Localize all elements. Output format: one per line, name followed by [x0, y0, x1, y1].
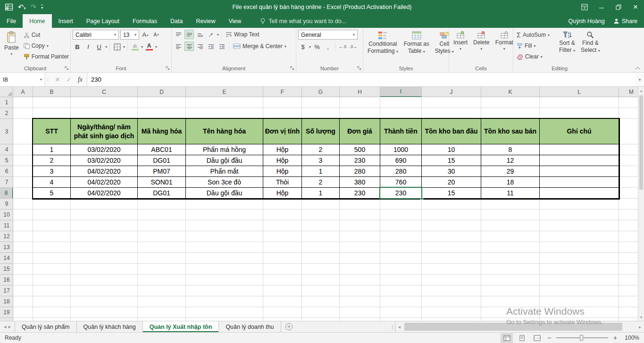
insert-cells-button[interactable]: Insert ▾	[451, 29, 470, 64]
table-header-cell[interactable]: Đơn giá	[340, 119, 380, 144]
row-header-3[interactable]: 3	[0, 119, 13, 144]
zoom-in-button[interactable]: +	[612, 334, 619, 342]
horizontal-scrollbar[interactable]: ◂ ▸	[395, 321, 644, 332]
row-header-12[interactable]: 12	[0, 231, 13, 242]
decrease-decimal-button[interactable]: .0→	[349, 42, 358, 51]
table-cell[interactable]: Thỏi	[263, 177, 302, 188]
tab-review[interactable]: Review	[189, 14, 222, 28]
font-name-combo[interactable]: Calibri▾	[73, 30, 119, 40]
column-header-K[interactable]: K	[481, 87, 540, 97]
table-cell[interactable]: PM07	[138, 166, 186, 177]
table-cell[interactable]: 18	[481, 177, 540, 188]
tab-page-layout[interactable]: Page Layout	[80, 14, 126, 28]
name-box-dropdown[interactable]: ▾	[40, 77, 42, 82]
table-cell[interactable]: 04/02/2020	[71, 166, 138, 177]
column-header-D[interactable]: D	[138, 87, 186, 97]
format-as-table-button[interactable]: Format as Table ▾	[401, 29, 432, 64]
table-header-cell[interactable]: Đơn vị tính	[263, 119, 302, 144]
table-cell[interactable]: 230	[340, 155, 380, 166]
decrease-indent-button[interactable]	[206, 42, 216, 51]
table-cell[interactable]: 4	[33, 177, 71, 188]
table-header-cell[interactable]: Ghi chú	[540, 119, 619, 144]
selected-cell[interactable]	[379, 187, 422, 199]
table-header-cell[interactable]: Ngày/tháng/ năm phát sinh giao dịch	[71, 119, 138, 144]
table-cell[interactable]	[540, 144, 619, 155]
column-header-C[interactable]: C	[71, 87, 138, 97]
table-cell[interactable]	[540, 166, 619, 177]
undo-button[interactable]: ↶▾	[18, 3, 26, 11]
close-button[interactable]: ×	[627, 0, 644, 14]
column-header-M[interactable]: M	[619, 87, 638, 97]
normal-view-button[interactable]	[501, 333, 513, 343]
increase-decimal-button[interactable]: ←.0	[338, 42, 347, 51]
table-cell[interactable]: 3	[33, 166, 71, 177]
sheet-tab-4[interactable]: Quản lý doanh thu	[219, 321, 281, 332]
sheet-tab-3[interactable]: Quản lý Xuất nhập tồn	[143, 321, 219, 332]
row-header-4[interactable]: 4	[0, 144, 13, 155]
ribbon-display-options-button[interactable]	[576, 0, 593, 14]
table-cell[interactable]: 8	[481, 144, 540, 155]
table-cell[interactable]: 2	[302, 177, 340, 188]
table-cell[interactable]: Dầu gội đầu	[186, 155, 263, 166]
row-header-15[interactable]: 15	[0, 264, 13, 275]
table-cell[interactable]: 230	[340, 188, 380, 199]
delete-cells-button[interactable]: Delete ▾	[471, 29, 492, 64]
table-cell[interactable]: DG01	[138, 155, 186, 166]
clipboard-dialog-launcher[interactable]	[64, 66, 69, 71]
table-cell[interactable]: Hộp	[263, 166, 302, 177]
column-header-F[interactable]: F	[263, 87, 302, 97]
scroll-left-arrow[interactable]: ◂	[395, 325, 403, 329]
table-cell[interactable]: 11	[481, 188, 540, 199]
font-color-button[interactable]: A	[144, 42, 154, 51]
table-cell[interactable]: 280	[340, 166, 380, 177]
formula-input[interactable]: 230	[87, 73, 636, 86]
zoom-out-button[interactable]: −	[546, 334, 552, 342]
format-painter-button[interactable]: Format Painter	[22, 52, 70, 61]
align-left-button[interactable]	[174, 42, 183, 51]
scroll-down-arrow[interactable]: ▾	[638, 313, 644, 321]
horizontal-scroll-thumb[interactable]	[404, 323, 622, 331]
formula-bar-splitter[interactable]: ⁞	[45, 73, 51, 86]
row-header-8[interactable]: 8	[0, 188, 13, 199]
table-cell[interactable]: 3	[302, 155, 340, 166]
column-header-G[interactable]: G	[302, 87, 340, 97]
tab-home[interactable]: Home	[23, 14, 51, 28]
column-header-I[interactable]: I	[380, 87, 422, 97]
column-header-H[interactable]: H	[340, 87, 380, 97]
row-header-16[interactable]: 16	[0, 275, 13, 285]
column-header-L[interactable]: L	[540, 87, 619, 97]
collapse-ribbon-button[interactable]	[635, 67, 640, 70]
table-header-cell[interactable]: Số lượng	[302, 119, 340, 144]
user-name[interactable]: Quỳnh Hoàng	[569, 18, 605, 25]
increase-indent-button[interactable]	[217, 42, 226, 51]
restore-button[interactable]	[610, 0, 627, 14]
next-sheet-arrow[interactable]: ▸	[8, 324, 11, 330]
fill-button[interactable]: Fill▾	[515, 41, 556, 50]
bold-button[interactable]: B	[73, 42, 82, 51]
cancel-entry-button[interactable]: ✕	[52, 76, 63, 83]
row-header-1[interactable]: 1	[0, 97, 13, 108]
row-header-6[interactable]: 6	[0, 166, 13, 177]
table-cell[interactable]: 380	[340, 177, 380, 188]
align-center-button[interactable]	[184, 42, 194, 51]
row-header-9[interactable]: 9	[0, 199, 13, 209]
vertical-scroll-thumb[interactable]	[639, 95, 643, 190]
table-header-cell[interactable]: Tên hàng hóa	[186, 119, 263, 144]
accounting-format-button[interactable]: $	[298, 42, 308, 51]
table-cell[interactable]: 03/02/2020	[71, 155, 138, 166]
table-cell[interactable]: 10	[422, 144, 481, 155]
column-header-E[interactable]: E	[186, 87, 263, 97]
table-cell[interactable]: 29	[481, 166, 540, 177]
table-cell[interactable]: 1	[302, 166, 340, 177]
table-cell[interactable]: 15	[422, 155, 481, 166]
font-size-combo[interactable]: 13▾	[120, 30, 139, 40]
find-select-button[interactable]: Find & Select ▾	[578, 29, 602, 64]
table-cell[interactable]: 12	[481, 155, 540, 166]
table-header-cell[interactable]: STT	[33, 119, 71, 144]
table-cell[interactable]: SON01	[138, 177, 186, 188]
table-cell[interactable]: 760	[380, 177, 422, 188]
borders-button[interactable]	[112, 42, 122, 51]
table-cell[interactable]: 2	[302, 144, 340, 155]
merge-center-button[interactable]: Merge & Center▾	[232, 42, 288, 51]
confirm-entry-button[interactable]: ✓	[63, 76, 75, 83]
